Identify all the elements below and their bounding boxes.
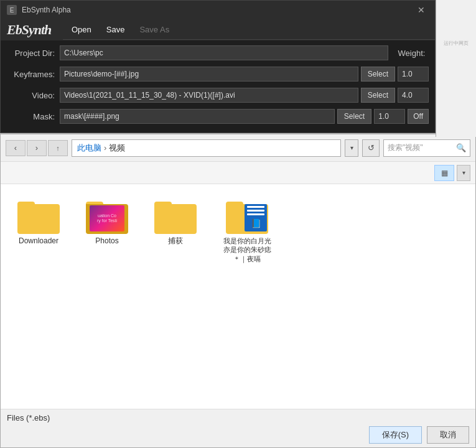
search-area[interactable]: 搜索"视频" 🔍 — [383, 139, 470, 157]
right-panel: 运行中网页 — [436, 0, 476, 137]
view-dropdown-button[interactable]: ▾ — [457, 165, 470, 181]
menu-save-as: Save As — [137, 24, 172, 35]
breadcrumb[interactable]: 此电脑 › 视频 — [72, 139, 341, 157]
project-dir-label: Project Dir: — [7, 49, 60, 58]
title-bar: E EbSynth Alpha ✕ — [1, 1, 435, 19]
video-row: Video: Select — [7, 86, 429, 104]
list-item[interactable]: uation Cory for Testi Photos — [79, 194, 135, 249]
cancel-button[interactable]: 取消 — [427, 426, 469, 444]
video-input[interactable] — [60, 88, 358, 103]
view-toolbar: ▦ ▾ — [1, 162, 475, 184]
watermark: 运行中网页 — [444, 40, 469, 47]
menu-bar: Open Save Save As — [63, 20, 435, 40]
mask-off-button[interactable]: Off — [408, 109, 429, 124]
save-button[interactable]: 保存(S) — [369, 426, 422, 444]
app-icon: E — [7, 5, 17, 15]
file-type-row: Files (*.ebs) — [7, 413, 469, 422]
folder-icon — [17, 197, 60, 234]
mask-weight-input[interactable] — [374, 109, 405, 124]
dialog-bottom: Files (*.ebs) 保存(S) 取消 — [1, 409, 475, 447]
folder-book-overlay: 📘 — [245, 204, 267, 231]
keyframes-label: Keyframes: — [7, 70, 60, 79]
video-select-button[interactable]: Select — [361, 88, 395, 103]
folder-name: 我是你的白月光亦是你的朱砂痣＊｜夜嗝 — [223, 236, 271, 263]
search-icon: 🔍 — [456, 143, 466, 152]
list-item[interactable]: Downloader — [11, 194, 67, 249]
video-weight-input[interactable] — [398, 88, 429, 103]
menu-save[interactable]: Save — [104, 24, 128, 35]
fields-area: Project Dir: Weight: Keyframes: Select V… — [1, 40, 435, 133]
mask-row: Mask: Select Off — [7, 108, 429, 125]
close-button[interactable]: ✕ — [414, 4, 429, 16]
breadcrumb-home[interactable]: 此电脑 — [77, 142, 101, 154]
mask-input[interactable] — [60, 109, 335, 124]
forward-button[interactable]: › — [27, 140, 47, 156]
dialog-toolbar: ‹ › ↑ 此电脑 › 视频 ▾ ↺ 搜索"视频" 🔍 — [1, 134, 475, 162]
file-content-area: Downloader uation Cory for Testi Photos … — [1, 184, 475, 409]
logo: EbSynth — [7, 22, 51, 38]
folder-name: Photos — [95, 236, 118, 246]
title-bar-left: E EbSynth Alpha — [7, 5, 71, 15]
folder-name: 捕获 — [168, 236, 183, 246]
folder-icon: uation Cory for Testi — [86, 197, 128, 234]
dialog-actions: 保存(S) 取消 — [7, 426, 469, 444]
breadcrumb-dropdown-button[interactable]: ▾ — [345, 139, 358, 157]
search-placeholder: 搜索"视频" — [388, 142, 454, 153]
breadcrumb-current-folder: 视频 — [109, 142, 125, 154]
mask-select-button[interactable]: Select — [337, 109, 371, 124]
breadcrumb-separator: › — [104, 143, 106, 152]
video-label: Video: — [7, 91, 60, 100]
list-item[interactable]: 📘 我是你的白月光亦是你的朱砂痣＊｜夜嗝 — [216, 194, 278, 266]
view-large-icons-button[interactable]: ▦ — [434, 165, 454, 181]
nav-buttons: ‹ › ↑ — [6, 140, 68, 156]
folder-name: Downloader — [19, 236, 58, 246]
logo-area: EbSynth — [1, 19, 63, 40]
keyframes-weight-input[interactable] — [398, 67, 429, 82]
ebsynth-window: E EbSynth Alpha ✕ EbSynth Open Save Save… — [0, 0, 436, 133]
refresh-button[interactable]: ↺ — [362, 139, 380, 157]
menu-area: EbSynth Open Save Save As — [1, 19, 435, 40]
file-dialog: ‹ › ↑ 此电脑 › 视频 ▾ ↺ 搜索"视频" 🔍 ▦ ▾ Downlo — [0, 134, 476, 448]
project-dir-input[interactable] — [60, 45, 388, 60]
project-dir-row: Project Dir: Weight: — [7, 44, 429, 62]
menu-open[interactable]: Open — [69, 24, 94, 35]
folder-icon: 📘 — [226, 197, 268, 234]
folder-icon — [154, 197, 197, 234]
list-item[interactable]: 捕获 — [147, 194, 203, 249]
keyframes-row: Keyframes: Select — [7, 65, 429, 83]
title-text: EbSynth Alpha — [22, 6, 71, 14]
keyframes-input[interactable] — [60, 67, 358, 82]
folder-preview-text: uation Cory for Testi — [96, 212, 118, 225]
keyframes-select-button[interactable]: Select — [361, 67, 395, 82]
mask-label: Mask: — [7, 112, 60, 121]
file-type-label: Files (*.ebs) — [7, 413, 50, 422]
weight-header: Weight: — [394, 49, 429, 58]
up-button[interactable]: ↑ — [48, 140, 68, 156]
folder-preview: uation Cory for Testi — [90, 205, 124, 231]
back-button[interactable]: ‹ — [6, 140, 26, 156]
